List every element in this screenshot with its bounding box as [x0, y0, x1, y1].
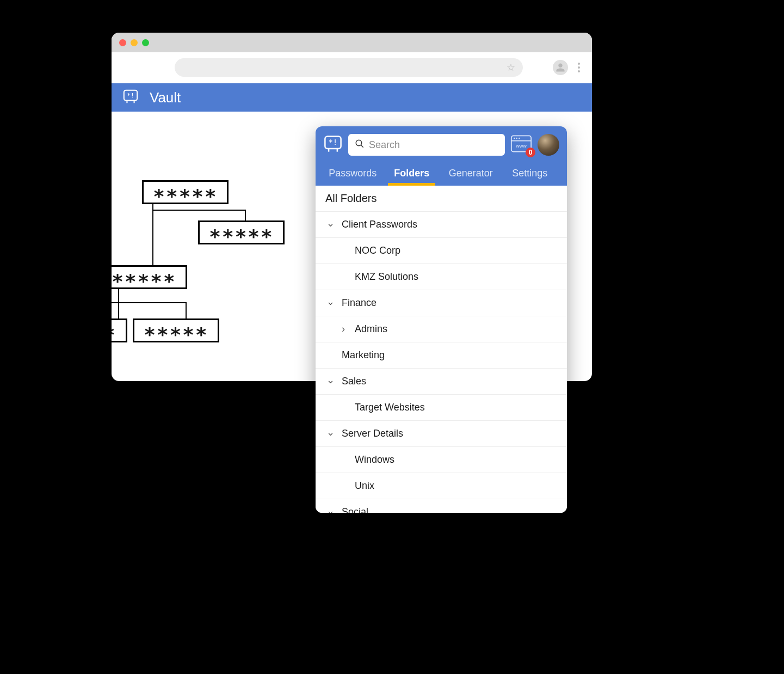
svg-point-12	[514, 138, 515, 139]
tab-bar: Passwords Folders Generator Settings	[323, 163, 559, 186]
subfolder-row[interactable]: Unix	[316, 473, 567, 499]
tab-passwords[interactable]: Passwords	[323, 163, 382, 186]
svg-text:*!: *!	[127, 92, 134, 99]
tab-settings[interactable]: Settings	[501, 163, 560, 186]
folder-list-title: All Folders	[316, 186, 567, 212]
svg-point-13	[516, 138, 517, 139]
tab-folders[interactable]: Folders	[382, 163, 442, 186]
window-minimize-icon[interactable]	[131, 39, 138, 46]
folder-row[interactable]: Client Passwords	[316, 212, 567, 238]
svg-text:*!: *!	[329, 138, 337, 146]
app-title: Vault	[150, 89, 181, 106]
folder-label: Sales	[342, 376, 366, 387]
folder-label: Marketing	[342, 350, 385, 361]
tab-generator[interactable]: Generator	[441, 163, 501, 186]
chevron-right-icon	[338, 323, 348, 335]
folder-label: Windows	[355, 454, 394, 465]
folder-list: All Folders Client Passwords NOC Corp KM…	[316, 186, 567, 513]
extension-popup: *! www 0	[316, 126, 567, 513]
chevron-down-icon	[325, 506, 335, 513]
website-launcher-icon[interactable]: www 0	[510, 134, 532, 155]
search-input[interactable]	[348, 134, 505, 156]
notification-badge: 0	[526, 148, 535, 157]
folder-label: KMZ Solutions	[355, 271, 418, 283]
tree-node: *****	[133, 318, 219, 342]
tree-node: *****	[198, 220, 285, 244]
subfolder-row[interactable]: Windows	[316, 447, 567, 473]
address-bar[interactable]: ☆	[175, 58, 523, 77]
chevron-down-icon	[325, 297, 335, 309]
folder-label: Social	[342, 506, 368, 513]
folder-label: Server Details	[342, 428, 403, 439]
subfolder-row[interactable]: Target Websites	[316, 395, 567, 421]
tree-node: *****	[142, 180, 229, 204]
user-avatar[interactable]	[538, 134, 559, 156]
browser-menu-icon[interactable]	[575, 63, 583, 72]
tree-node: *****	[112, 265, 187, 289]
search-field[interactable]	[369, 139, 498, 151]
profile-avatar-icon[interactable]	[553, 60, 568, 75]
folder-label: Client Passwords	[342, 219, 417, 230]
svg-text:www: www	[515, 143, 527, 149]
vault-logo-icon: *!	[323, 134, 343, 156]
folder-label: Admins	[355, 323, 387, 335]
folder-row[interactable]: Social	[316, 499, 567, 513]
folder-label: NOC Corp	[355, 245, 400, 256]
folder-label: Target Websites	[355, 402, 425, 413]
tree-node: *****	[112, 318, 127, 342]
subfolder-row[interactable]: KMZ Solutions	[316, 264, 567, 290]
svg-point-14	[518, 138, 520, 139]
chevron-down-icon	[325, 428, 335, 440]
folder-row[interactable]: Server Details	[316, 421, 567, 447]
folder-row[interactable]: Marketing	[316, 342, 567, 369]
app-header: *! Vault	[112, 83, 592, 112]
svg-point-8	[356, 140, 362, 146]
subfolder-row[interactable]: Admins	[316, 316, 567, 342]
search-icon	[355, 139, 365, 151]
window-zoom-icon[interactable]	[142, 39, 149, 46]
window-titlebar	[112, 33, 592, 52]
vault-logo-icon: *!	[122, 88, 139, 107]
folder-row[interactable]: Finance	[316, 290, 567, 316]
chevron-down-icon	[325, 376, 335, 388]
chevron-down-icon	[325, 219, 335, 231]
window-close-icon[interactable]	[119, 39, 126, 46]
subfolder-row[interactable]: NOC Corp	[316, 238, 567, 264]
bookmark-star-icon[interactable]: ☆	[507, 62, 515, 73]
folder-label: Finance	[342, 297, 376, 309]
svg-line-9	[361, 145, 363, 148]
browser-toolbar: ☆	[112, 52, 592, 83]
folder-row[interactable]: Sales	[316, 369, 567, 395]
folder-label: Unix	[355, 480, 374, 492]
